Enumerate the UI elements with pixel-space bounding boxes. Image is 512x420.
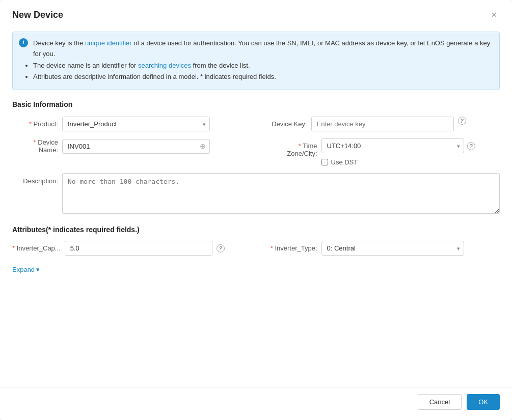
info-bullet-2: The device name is an identifier for sea…: [33, 61, 492, 71]
device-key-label: Device Key:: [266, 117, 307, 128]
info-bullet-1: Device key is the unique identifier of a…: [33, 38, 492, 60]
attributes-section: Attributes(* indicates required fields.)…: [12, 226, 500, 273]
inverter-cap-group: * Inverter_Cap... ?: [12, 241, 246, 256]
info-icon: i: [19, 38, 28, 47]
dialog-header: New Device ×: [0, 0, 512, 26]
dialog-title: New Device: [12, 10, 63, 20]
info-bullet-3: Attributes are descriptive information d…: [33, 72, 492, 82]
inverter-cap-input[interactable]: [65, 241, 212, 256]
product-label: * Product:: [12, 120, 58, 128]
device-name-input[interactable]: [62, 139, 210, 154]
timezone-controls: UTC+14:00 ▾ ? Use DST: [321, 138, 475, 166]
use-dst-checkbox[interactable]: [321, 159, 328, 165]
expand-label: Expand: [12, 266, 35, 273]
ok-button[interactable]: OK: [467, 394, 500, 410]
product-group: * Product: Inverter_Product ▾: [12, 117, 246, 131]
dialog-body: i Device key is the unique identifier of…: [0, 26, 512, 387]
inverter-cap-label: * Inverter_Cap...: [12, 244, 61, 252]
description-label: Description:: [12, 173, 58, 185]
expand-chevron-icon: ▾: [36, 266, 40, 273]
device-key-help-icon[interactable]: ?: [458, 117, 466, 125]
inverter-type-select-wrapper[interactable]: 0: Central ▾: [321, 241, 464, 256]
use-dst-row: Use DST: [321, 158, 475, 166]
globe-icon[interactable]: ⊕: [200, 142, 206, 150]
timezone-group: * TimeZone/City: UTC+14:00 ▾ ?: [266, 138, 500, 166]
description-row: Description:: [12, 173, 500, 215]
device-key-group: Device Key: ?: [266, 117, 500, 131]
inverter-type-select[interactable]: 0: Central: [321, 241, 464, 256]
info-box: i Device key is the unique identifier of…: [12, 32, 500, 90]
expand-link[interactable]: Expand ▾: [12, 266, 40, 273]
device-name-label: * DeviceName:: [12, 138, 58, 154]
timezone-select-wrapper[interactable]: UTC+14:00 ▾: [321, 138, 464, 153]
devicename-timezone-row: * DeviceName: ⊕ * TimeZone/City:: [12, 138, 500, 166]
timezone-label: * TimeZone/City:: [266, 138, 317, 157]
device-name-wrap: ⊕: [62, 139, 210, 154]
timezone-select-row: UTC+14:00 ▾ ?: [321, 138, 475, 153]
description-input-wrap: [62, 173, 500, 215]
device-key-input[interactable]: [311, 117, 454, 131]
inverter-type-label: * Inverter_Type:: [266, 241, 317, 252]
inverter-cap-help-icon[interactable]: ?: [217, 244, 225, 253]
basic-info-title: Basic Information: [12, 100, 500, 108]
product-select-wrapper[interactable]: Inverter_Product ▾: [62, 117, 210, 131]
attributes-title: Attributes(* indicates required fields.): [12, 226, 500, 234]
product-devicekey-row: * Product: Inverter_Product ▾ Device Key…: [12, 117, 500, 131]
timezone-help-icon[interactable]: ?: [467, 142, 475, 150]
dialog-footer: Cancel OK: [0, 387, 512, 420]
cancel-button[interactable]: Cancel: [418, 394, 462, 410]
attributes-row: * Inverter_Cap... ? * Inverter_Type: 0: …: [12, 241, 500, 256]
timezone-select[interactable]: UTC+14:00: [321, 138, 464, 153]
product-select[interactable]: Inverter_Product: [62, 117, 210, 131]
info-list: Device key is the unique identifier of a…: [31, 38, 492, 82]
description-textarea[interactable]: [62, 173, 500, 214]
inverter-type-group: * Inverter_Type: 0: Central ▾: [266, 241, 500, 256]
new-device-dialog: New Device × i Device key is the unique …: [0, 0, 512, 420]
close-button[interactable]: ×: [488, 9, 500, 20]
device-name-group: * DeviceName: ⊕: [12, 138, 246, 154]
basic-information-section: Basic Information * Product: Inverter_Pr…: [12, 100, 500, 215]
use-dst-label[interactable]: Use DST: [331, 158, 358, 166]
